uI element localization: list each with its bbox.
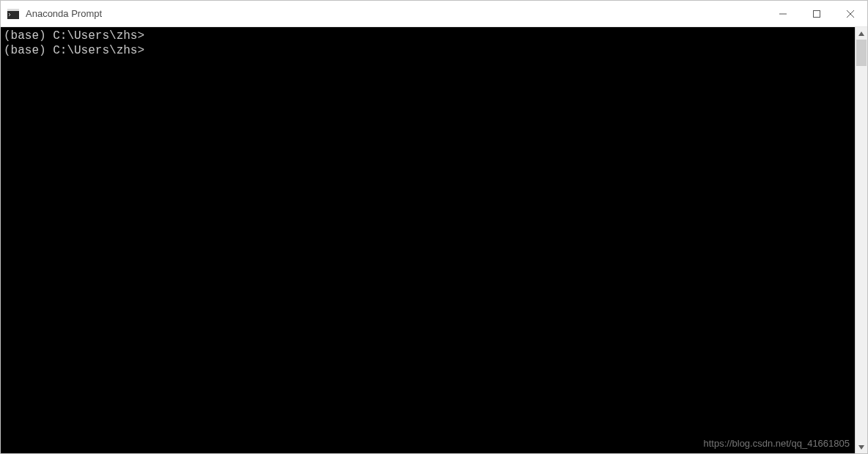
terminal-line: (base) C:\Users\zhs> <box>4 43 852 58</box>
titlebar[interactable]: Anaconda Prompt <box>1 1 867 27</box>
svg-rect-3 <box>814 10 820 17</box>
scroll-thumb[interactable] <box>856 40 867 66</box>
close-icon <box>847 10 854 18</box>
terminal-line: (base) C:\Users\zhs> <box>4 29 852 43</box>
content-area: (base) C:\Users\zhs>(base) C:\Users\zhs>… <box>1 27 867 453</box>
scroll-track[interactable] <box>856 40 867 441</box>
vertical-scrollbar[interactable] <box>855 27 867 453</box>
window-frame: Anaconda Prompt (base) C:\Users\zh <box>0 0 868 454</box>
terminal-icon <box>7 7 20 21</box>
minimize-icon <box>779 10 787 18</box>
titlebar-left: Anaconda Prompt <box>7 7 102 21</box>
window-controls <box>766 1 867 26</box>
scroll-up-arrow-icon[interactable] <box>856 27 867 40</box>
maximize-button[interactable] <box>800 1 834 26</box>
terminal-output[interactable]: (base) C:\Users\zhs>(base) C:\Users\zhs> <box>1 27 855 453</box>
svg-rect-1 <box>7 9 19 11</box>
window-title: Anaconda Prompt <box>26 8 102 19</box>
close-button[interactable] <box>834 1 867 26</box>
scroll-down-arrow-icon[interactable] <box>856 441 867 453</box>
maximize-icon <box>813 10 820 18</box>
minimize-button[interactable] <box>766 1 800 26</box>
